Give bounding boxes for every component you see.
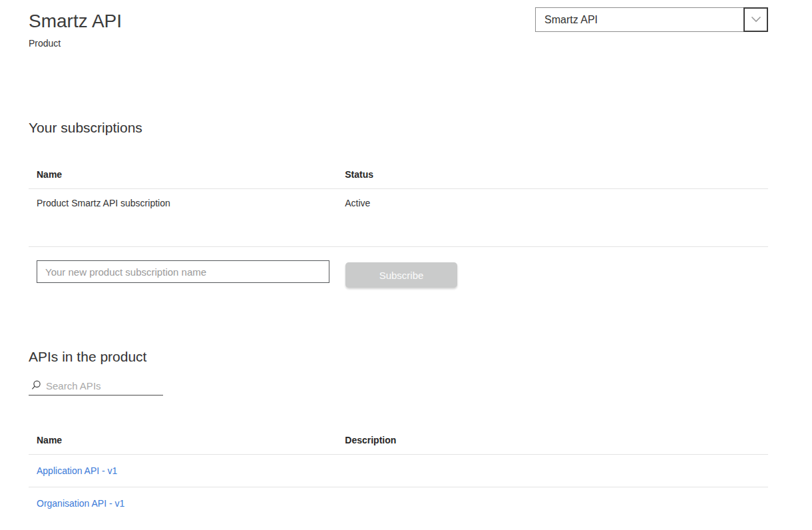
subscriptions-table-header-row: Name Status: [29, 160, 768, 189]
product-select-toggle[interactable]: [743, 7, 768, 32]
subscribe-button[interactable]: Subscribe: [345, 262, 457, 288]
subscribe-form: Subscribe: [37, 260, 768, 288]
apis-table: Name Description Application API - v1 Or…: [29, 426, 768, 519]
subscriptions-column-status: Status: [337, 160, 768, 189]
apis-column-name: Name: [29, 426, 337, 455]
subscription-name: Product Smartz API subscription: [29, 189, 337, 247]
subscription-row: Product Smartz API subscription Active: [29, 189, 768, 247]
search-icon: [30, 380, 42, 392]
subscriptions-table: Name Status Product Smartz API subscript…: [29, 160, 768, 247]
search-apis-input[interactable]: [46, 380, 163, 392]
apis-table-header-row: Name Description: [29, 426, 768, 455]
api-link-application[interactable]: Application API - v1: [37, 465, 117, 476]
api-search-box[interactable]: [29, 378, 163, 396]
api-link-organisation[interactable]: Organisation API - v1: [37, 498, 124, 509]
product-select-value[interactable]: Smartz API: [536, 8, 744, 31]
subscriptions-heading: Your subscriptions: [29, 119, 768, 136]
api-row: Application API - v1: [29, 455, 768, 487]
apis-heading: APIs in the product: [29, 348, 768, 366]
product-page: Smartz API Product Smartz API Your subsc…: [0, 0, 812, 530]
api-description: [337, 487, 768, 520]
page-subtitle: Product: [29, 37, 768, 49]
new-subscription-name-input[interactable]: [37, 260, 329, 283]
subscription-status: Active: [337, 189, 768, 247]
api-row: Organisation API - v1: [29, 487, 768, 520]
chevron-down-icon: [751, 15, 761, 25]
apis-column-description: Description: [337, 426, 768, 455]
subscriptions-column-name: Name: [29, 160, 337, 189]
product-select[interactable]: Smartz API: [535, 7, 768, 32]
page-header: Smartz API Product Smartz API: [29, 0, 768, 49]
api-description: [337, 455, 768, 487]
